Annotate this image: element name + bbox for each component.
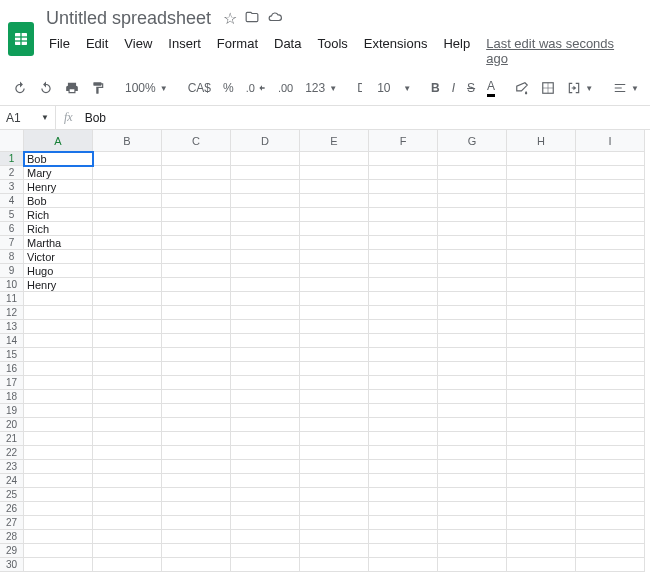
cell[interactable] — [438, 208, 507, 222]
cell[interactable] — [231, 558, 300, 572]
column-header[interactable]: H — [507, 130, 576, 152]
cell[interactable] — [24, 446, 93, 460]
cell[interactable] — [576, 488, 645, 502]
cell[interactable] — [507, 558, 576, 572]
document-title[interactable]: Untitled spreadsheet — [42, 6, 215, 31]
cell[interactable]: Hugo — [24, 264, 93, 278]
cell[interactable] — [369, 334, 438, 348]
name-box[interactable]: A1▼ — [0, 106, 56, 129]
cell[interactable] — [162, 278, 231, 292]
row-header[interactable]: 7 — [0, 236, 24, 250]
cell[interactable] — [300, 544, 369, 558]
cell[interactable] — [507, 348, 576, 362]
cell[interactable] — [438, 236, 507, 250]
cell[interactable] — [507, 222, 576, 236]
cell[interactable] — [162, 558, 231, 572]
cell[interactable] — [507, 306, 576, 320]
cell[interactable] — [93, 278, 162, 292]
row-header[interactable]: 8 — [0, 250, 24, 264]
cell[interactable]: Martha — [24, 236, 93, 250]
cell[interactable]: Rich — [24, 222, 93, 236]
cell[interactable] — [507, 194, 576, 208]
cell[interactable] — [162, 194, 231, 208]
cell[interactable] — [231, 460, 300, 474]
cell[interactable] — [231, 166, 300, 180]
cell[interactable] — [507, 180, 576, 194]
merge-button[interactable]: ▼ — [562, 77, 598, 99]
cell[interactable] — [93, 236, 162, 250]
cell[interactable] — [231, 348, 300, 362]
cell[interactable] — [576, 474, 645, 488]
cell[interactable] — [369, 376, 438, 390]
cell[interactable]: Bob — [24, 152, 93, 166]
cell[interactable] — [369, 502, 438, 516]
cell[interactable] — [507, 250, 576, 264]
cell[interactable] — [507, 390, 576, 404]
cell[interactable] — [438, 166, 507, 180]
cell[interactable] — [162, 292, 231, 306]
menu-insert[interactable]: Insert — [161, 33, 208, 69]
row-header[interactable]: 26 — [0, 502, 24, 516]
cloud-status-icon[interactable] — [267, 10, 283, 28]
cell[interactable] — [231, 306, 300, 320]
cell[interactable] — [93, 558, 162, 572]
menu-extensions[interactable]: Extensions — [357, 33, 435, 69]
row-header[interactable]: 30 — [0, 558, 24, 572]
cell[interactable] — [438, 432, 507, 446]
cell[interactable] — [438, 278, 507, 292]
cell[interactable] — [24, 390, 93, 404]
cell[interactable] — [300, 306, 369, 320]
cell[interactable] — [438, 544, 507, 558]
cell[interactable] — [576, 404, 645, 418]
cell[interactable] — [438, 516, 507, 530]
cell[interactable] — [93, 222, 162, 236]
italic-button[interactable]: I — [447, 77, 460, 99]
cell[interactable] — [231, 320, 300, 334]
cell[interactable] — [231, 362, 300, 376]
cell[interactable] — [300, 278, 369, 292]
font-size-select[interactable]: 10 ▼ — [372, 77, 416, 99]
cell[interactable] — [162, 166, 231, 180]
cell[interactable] — [369, 516, 438, 530]
cell[interactable] — [369, 320, 438, 334]
cell[interactable] — [162, 376, 231, 390]
cell[interactable] — [162, 320, 231, 334]
cell[interactable] — [576, 250, 645, 264]
column-header[interactable]: I — [576, 130, 645, 152]
cell[interactable] — [507, 166, 576, 180]
cell[interactable] — [24, 432, 93, 446]
cell[interactable] — [231, 264, 300, 278]
cell[interactable] — [300, 432, 369, 446]
cell[interactable] — [231, 488, 300, 502]
row-header[interactable]: 12 — [0, 306, 24, 320]
cell[interactable] — [231, 292, 300, 306]
cell[interactable] — [369, 180, 438, 194]
cell[interactable] — [162, 502, 231, 516]
row-header[interactable]: 3 — [0, 180, 24, 194]
cell[interactable] — [507, 208, 576, 222]
cell[interactable] — [231, 502, 300, 516]
row-header[interactable]: 27 — [0, 516, 24, 530]
cell[interactable] — [438, 222, 507, 236]
column-header[interactable]: E — [300, 130, 369, 152]
cell[interactable] — [231, 474, 300, 488]
cell[interactable] — [93, 362, 162, 376]
cell[interactable] — [369, 432, 438, 446]
cell[interactable] — [507, 502, 576, 516]
cell[interactable] — [162, 250, 231, 264]
cell[interactable] — [369, 152, 438, 166]
menu-help[interactable]: Help — [436, 33, 477, 69]
cell[interactable] — [231, 250, 300, 264]
cell[interactable] — [438, 418, 507, 432]
row-header[interactable]: 9 — [0, 264, 24, 278]
cell[interactable] — [438, 250, 507, 264]
cell[interactable] — [300, 418, 369, 432]
row-header[interactable]: 15 — [0, 348, 24, 362]
cell[interactable] — [369, 488, 438, 502]
cell[interactable] — [300, 474, 369, 488]
menu-view[interactable]: View — [117, 33, 159, 69]
cell[interactable] — [24, 292, 93, 306]
cell[interactable] — [369, 460, 438, 474]
row-header[interactable]: 29 — [0, 544, 24, 558]
cell[interactable] — [93, 474, 162, 488]
